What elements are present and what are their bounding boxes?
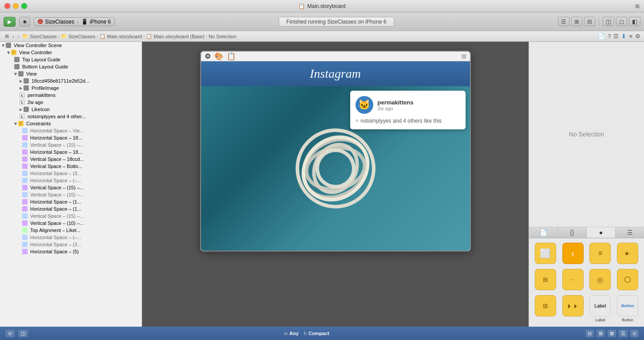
c18-label: Horizontal Space – (5): [30, 249, 79, 254]
navigator-bottom-toggle[interactable]: ◫: [18, 330, 28, 337]
c3-icon: [22, 142, 28, 148]
c11[interactable]: Horizontal Space – (1...: [0, 198, 142, 205]
breadcrumb-mainstoryboard[interactable]: 📋 Main.storyboard: [99, 33, 142, 39]
c16[interactable]: Horizontal Space – (–...: [0, 234, 142, 241]
c8[interactable]: Horizontal Space – (–...: [0, 177, 142, 184]
breadcrumb-sizeclasses-2[interactable]: 📁 SizeClasses: [61, 33, 95, 39]
maximize-button[interactable]: [21, 3, 27, 9]
notsimplyyes-item[interactable]: L notsimplyyes and 4 other...: [0, 113, 142, 120]
widget-page-icon: ★·: [617, 243, 638, 264]
breadcrumb-sizeclasses-1[interactable]: 📁 SizeClasses: [22, 33, 57, 39]
settings-button[interactable]: ⚙: [635, 33, 640, 40]
help-button[interactable]: ?: [608, 33, 611, 40]
editor-assistant-button[interactable]: ⊞: [571, 17, 582, 26]
c18[interactable]: Horizontal Space – (5): [0, 248, 142, 255]
breadcrumb: 📁 SizeClasses › 📁 SizeClasses › 📋 Main.s…: [22, 33, 596, 39]
rp-tab-code[interactable]: {}: [558, 227, 587, 238]
layout-btn-3[interactable]: ⊠: [608, 330, 616, 337]
pi-triangle[interactable]: ▶: [20, 86, 22, 90]
widget-table-controller[interactable]: ≡: [589, 243, 612, 265]
close-button[interactable]: [4, 3, 10, 9]
editor-version-button[interactable]: ⊟: [584, 17, 595, 26]
utilities-toggle[interactable]: ◧: [629, 17, 640, 26]
c5[interactable]: Vertical Space – 18ccd...: [0, 156, 142, 163]
constraints-item[interactable]: ▶ C Constraints: [0, 120, 142, 127]
stop-button[interactable]: ■: [19, 17, 30, 27]
widget-button-icon: Button: [617, 295, 638, 316]
bottom-layout-guide[interactable]: Bottom Layout Guide: [0, 63, 142, 70]
widget-label[interactable]: Label Label: [589, 295, 612, 322]
breadcrumb-base[interactable]: 📋 Main.storyboard (Base): [146, 33, 204, 39]
editor-standard-button[interactable]: ☰: [558, 17, 569, 26]
c2[interactable]: Horizontal Space – 18...: [0, 134, 142, 141]
c3[interactable]: Vertical Space – (15) –...: [0, 141, 142, 148]
view-triangle[interactable]: ▶: [14, 72, 18, 75]
minimize-button[interactable]: [13, 3, 19, 9]
widget-button[interactable]: Button Button: [616, 295, 640, 322]
c15[interactable]: Top Alignment – Likel...: [0, 227, 142, 234]
view-item[interactable]: ▶ View: [0, 70, 142, 77]
navigator-toggle[interactable]: ◫: [603, 17, 614, 26]
c6[interactable]: Vertical Space – Botto...: [0, 163, 142, 170]
widget-search-icon: ◎: [589, 269, 611, 290]
download-button[interactable]: ⬇: [621, 33, 626, 40]
project-nav-button[interactable]: ⊞: [4, 33, 10, 40]
widget-grid-view[interactable]: ⊞: [533, 295, 557, 322]
c14[interactable]: Vertical Space – (10) –...: [0, 220, 142, 227]
window-controls[interactable]: ⊞: [635, 3, 640, 9]
bottom-left-button[interactable]: ⊙: [5, 330, 15, 337]
rp-tab-circle[interactable]: ●: [587, 227, 616, 238]
widget-collection[interactable]: ⊞: [533, 269, 557, 292]
new-file-button[interactable]: 📄: [598, 33, 605, 40]
list-button[interactable]: ≡: [629, 33, 632, 40]
widget-split[interactable]: ···: [561, 269, 585, 292]
layout-btn-1[interactable]: ⊟: [585, 330, 594, 337]
scheme-selector[interactable]: 🅐 SizeClasses › 📱 iPhone 6: [34, 17, 115, 26]
popup-likes: ♥ notsimplyyes and 4 others like this: [356, 117, 460, 124]
twago-item[interactable]: L 2w ago: [0, 99, 142, 106]
con-triangle[interactable]: ▶: [14, 122, 18, 125]
scene-root[interactable]: ▶ View Controller Scene: [0, 42, 142, 49]
permakittens-item[interactable]: L permakittens: [0, 92, 142, 99]
nav-controls: ⊞ ‹ ›: [4, 33, 20, 40]
forward-button[interactable]: ›: [16, 33, 21, 40]
c13[interactable]: Vertical Space – (15) –...: [0, 212, 142, 220]
likeicon-item[interactable]: ▶ LikeIcon: [0, 106, 142, 113]
c7[interactable]: Horizontal Space – (3...: [0, 170, 142, 177]
back-button[interactable]: ‹: [11, 33, 16, 40]
debug-toggle[interactable]: ◻: [616, 17, 627, 26]
widget-media[interactable]: ⏵⏵: [561, 295, 585, 322]
widget-3d[interactable]: ⬡: [616, 269, 640, 292]
c18-icon: [22, 249, 28, 254]
right-panel: No Selection 📄 {} ● ☰ ⬜ ‹: [529, 42, 644, 327]
vc-triangle[interactable]: ▶: [7, 51, 11, 54]
c4[interactable]: Horizontal Space – 18...: [0, 148, 142, 156]
item-18ccd[interactable]: ▶ 18ccd458e81711e2b52d...: [0, 77, 142, 84]
ta-icon: L: [20, 100, 25, 105]
widget-page-controller[interactable]: ★·: [616, 243, 640, 265]
layout-btn-4[interactable]: ☰: [619, 330, 628, 337]
scene-triangle[interactable]: ▶: [1, 44, 5, 47]
view-controller-item[interactable]: ▶ V View Controller: [0, 49, 142, 56]
widget-nav-controller[interactable]: ‹: [561, 243, 585, 265]
li-triangle[interactable]: ▶: [20, 108, 22, 112]
c1[interactable]: Horizontal Space – Vie...: [0, 127, 142, 134]
widget-search[interactable]: ◎: [589, 269, 612, 292]
widget-view-controller[interactable]: ⬜: [533, 243, 557, 265]
rp-tab-file[interactable]: 📄: [529, 227, 558, 238]
profile-image-item[interactable]: ▶ ProfileImage: [0, 84, 142, 92]
item18-triangle[interactable]: ▶: [20, 79, 22, 83]
top-layout-guide[interactable]: Top Layout Guide: [0, 56, 142, 63]
c10[interactable]: Vertical Space – (15) –...: [0, 191, 142, 198]
c9[interactable]: Vertical Space – (15) –...: [0, 184, 142, 191]
run-button[interactable]: ▶: [4, 17, 16, 27]
instagram-app: Instagram: [201, 61, 470, 251]
layout-btn-2[interactable]: ⊞: [597, 330, 605, 337]
c12[interactable]: Horizontal Space – (1...: [0, 205, 142, 212]
canvas-area[interactable]: ⚙ ▶ ⚙ 🎨 📋 |||| Instagram: [142, 42, 529, 327]
zoom-button[interactable]: ⊙: [630, 330, 639, 337]
inspector-button[interactable]: ☰: [613, 33, 619, 40]
popup-header: 🐱 permakittens 2w ago: [356, 96, 460, 114]
rp-tab-list[interactable]: ☰: [616, 227, 644, 238]
c17[interactable]: Horizontal Space – (3...: [0, 241, 142, 248]
